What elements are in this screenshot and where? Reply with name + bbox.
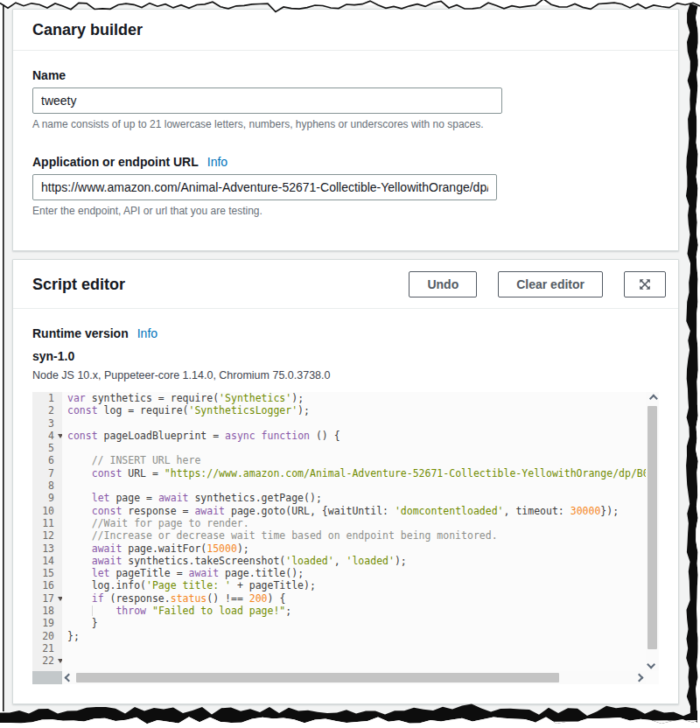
chevron-left-icon [65, 674, 74, 682]
gutter-line-number: 3 [32, 417, 62, 430]
code-editor[interactable]: 12345678910111213141516171819202122 var … [32, 392, 659, 684]
name-help-text: A name consists of up to 21 lowercase le… [32, 118, 659, 130]
gutter-line-number: 22 [32, 654, 62, 667]
script-editor-card: Script editor Undo Clear editor R [12, 259, 679, 704]
code-line[interactable]: // INSERT URL here [67, 454, 646, 466]
runtime-info-link[interactable]: Info [137, 326, 158, 340]
gutter-line-number: 20 [32, 630, 62, 642]
code-line[interactable] [67, 642, 646, 654]
code-line[interactable]: await synthetics.takeScreenshot('loaded'… [67, 555, 646, 567]
code-line[interactable]: let pageTitle = await page.title(); [67, 567, 646, 579]
gutter-line-number: 1 [32, 392, 62, 404]
runtime-label-row: Runtime version Info [32, 326, 659, 340]
code-line[interactable]: const URL = "https://www.amazon.com/Anim… [67, 467, 646, 480]
gutter-line-number: 10 [32, 505, 62, 517]
chevron-down-icon [647, 661, 655, 669]
editor-code-area[interactable]: var synthetics = require('Synthetics');c… [62, 392, 646, 671]
url-help-text: Enter the endpoint, API or url that you … [32, 205, 659, 217]
gutter-line-number: 11 [32, 517, 62, 529]
gutter-line-number: 8 [32, 480, 62, 492]
gutter-line-number: 17 [32, 592, 62, 605]
code-line[interactable] [67, 442, 646, 454]
code-line[interactable]: throw "Failed to load page!"; [67, 605, 646, 617]
clear-editor-button[interactable]: Clear editor [498, 271, 603, 298]
code-fold-toggle-icon[interactable] [58, 597, 62, 601]
runtime-details: Node JS 10.x, Puppeteer-core 1.14.0, Chr… [32, 369, 659, 382]
code-line[interactable]: } [67, 617, 646, 629]
gutter-line-number: 9 [32, 492, 62, 504]
runtime-version-label: Runtime version [32, 326, 129, 340]
url-label: Application or endpoint URL [32, 155, 199, 169]
url-input[interactable] [32, 174, 497, 200]
vertical-scroll-track[interactable] [646, 405, 659, 658]
editor-gutter: 12345678910111213141516171819202122 [32, 392, 62, 671]
undo-button[interactable]: Undo [409, 271, 477, 298]
chevron-up-icon [649, 395, 658, 403]
gutter-line-number: 18 [32, 605, 62, 617]
script-editor-header: Script editor Undo Clear editor [13, 260, 678, 309]
code-line[interactable]: }; [67, 630, 646, 642]
scroll-left-button[interactable] [62, 671, 75, 684]
expand-editor-button[interactable] [624, 271, 666, 298]
vertical-scroll-thumb[interactable] [648, 406, 657, 649]
code-fold-toggle-icon[interactable] [58, 659, 62, 663]
gutter-line-number: 6 [32, 454, 62, 466]
gutter-line-number: 5 [32, 442, 62, 454]
editor-vertical-scrollbar[interactable] [646, 392, 659, 671]
code-line[interactable]: const log = require('SyntheticsLogger'); [67, 404, 646, 416]
code-line[interactable]: const response = await page.goto(URL, {w… [67, 505, 646, 517]
gutter-line-number: 7 [32, 467, 62, 480]
canary-builder-card: Canary builder Name A name consists of u… [12, 9, 679, 251]
scroll-down-button[interactable] [646, 658, 659, 671]
gutter-line-number: 19 [32, 617, 62, 629]
name-input[interactable] [32, 88, 502, 114]
code-line[interactable]: let page = await synthetics.getPage(); [67, 492, 646, 504]
script-editor-title: Script editor [32, 276, 409, 294]
gutter-line-number: 14 [32, 555, 62, 567]
expand-arrows-icon [638, 277, 652, 291]
code-line[interactable]: const pageLoadBlueprint = async function… [67, 430, 646, 442]
code-line[interactable] [67, 654, 646, 667]
canary-builder-title: Canary builder [32, 21, 666, 39]
scroll-right-button[interactable] [633, 671, 646, 684]
url-label-row: Application or endpoint URL Info [32, 155, 659, 169]
gutter-line-number: 13 [32, 542, 62, 555]
code-line[interactable] [67, 480, 646, 492]
code-line[interactable]: await page.waitFor(15000); [67, 542, 646, 555]
gutter-line-number: 2 [32, 404, 62, 416]
name-label: Name [32, 68, 659, 82]
chevron-right-icon [635, 674, 644, 682]
gutter-line-number: 15 [32, 567, 62, 579]
editor-horizontal-scrollbar[interactable] [62, 671, 646, 684]
horizontal-scroll-track[interactable] [75, 673, 633, 682]
scroll-up-button[interactable] [646, 392, 659, 405]
code-line[interactable]: log.info('Page title: ' + pageTitle); [67, 579, 646, 592]
gutter-line-number: 4 [32, 430, 62, 442]
runtime-version-value: syn-1.0 [32, 349, 659, 363]
canary-builder-body: Name A name consists of up to 21 lowerca… [13, 68, 678, 231]
editor-scrollbar-corner [32, 671, 62, 684]
code-line[interactable]: //Increase or decrease wait time based o… [67, 529, 646, 542]
horizontal-scroll-thumb[interactable] [76, 673, 559, 682]
gutter-line-number: 16 [32, 579, 62, 592]
script-editor-body: Runtime version Info syn-1.0 Node JS 10.… [13, 326, 678, 698]
code-line[interactable]: var synthetics = require('Synthetics'); [67, 392, 646, 404]
code-line[interactable] [67, 417, 646, 430]
canary-builder-header: Canary builder [13, 10, 678, 51]
gutter-line-number: 12 [32, 529, 62, 542]
code-line[interactable]: if (response.status() !== 200) { [67, 592, 646, 605]
gutter-line-number: 21 [32, 642, 62, 654]
code-fold-toggle-icon[interactable] [58, 434, 62, 438]
code-line[interactable]: //Wait for page to render. [67, 517, 646, 529]
url-info-link[interactable]: Info [207, 155, 228, 169]
